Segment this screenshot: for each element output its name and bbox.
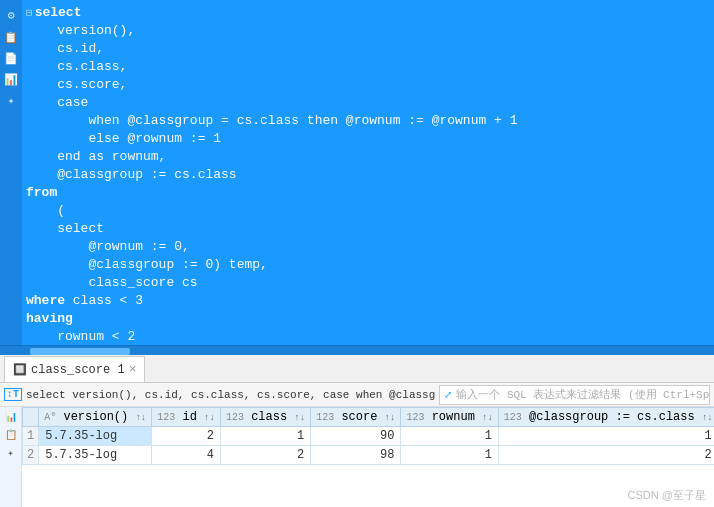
code-line: having bbox=[22, 310, 714, 328]
col-name-rownum: rownum bbox=[432, 410, 475, 424]
query-sql-text: select version(), cs.id, cs.class, cs.sc… bbox=[26, 389, 435, 401]
col-header-class[interactable]: 123 class ↑↓ bbox=[220, 408, 310, 427]
row-num-2: 2 bbox=[23, 446, 39, 465]
tab-item[interactable]: 🔲 class_score 1 × bbox=[4, 356, 145, 382]
row-num-header bbox=[23, 408, 39, 427]
code-line: class_score cs bbox=[22, 274, 714, 292]
results-icon-2[interactable]: 📋 bbox=[5, 429, 17, 441]
results-icon-3[interactable]: ✦ bbox=[7, 447, 13, 459]
code-line: select bbox=[22, 220, 714, 238]
cell-class-1: 1 bbox=[220, 427, 310, 446]
col-name-class: class bbox=[251, 410, 287, 424]
tab-close-button[interactable]: × bbox=[129, 362, 137, 377]
col-header-version[interactable]: A⁰ version() ↑↓ bbox=[39, 408, 152, 427]
star-icon[interactable]: ✦ bbox=[8, 94, 15, 107]
code-line: ( bbox=[22, 202, 714, 220]
query-bar: ↕T select version(), cs.id, cs.class, cs… bbox=[0, 383, 714, 407]
cell-classgroup-1: 1 bbox=[498, 427, 714, 446]
code-editor[interactable]: ⊟select version(), cs.id, cs.class, cs.s… bbox=[22, 0, 714, 345]
code-line: else @rownum := 1 bbox=[22, 130, 714, 148]
results-table-wrap: A⁰ version() ↑↓ 123 id ↑↓ 123 class ↑↓ 1… bbox=[22, 407, 714, 507]
chart-icon[interactable]: 📊 bbox=[4, 73, 18, 86]
table-row[interactable]: 2 5.7.35-log 4 2 98 1 2 bbox=[23, 446, 715, 465]
col-header-classgroup[interactable]: 123 @classgroup := cs.class ↑↓ bbox=[498, 408, 714, 427]
cell-class-2: 2 bbox=[220, 446, 310, 465]
results-table: A⁰ version() ↑↓ 123 id ↑↓ 123 class ↑↓ 1… bbox=[22, 407, 714, 465]
code-line-from: from bbox=[22, 184, 714, 202]
table-body: 1 5.7.35-log 2 1 90 1 1 2 5.7.35-log 4 2… bbox=[23, 427, 715, 465]
code-line: case bbox=[22, 94, 714, 112]
results-left-icons: 📊 📋 ✦ bbox=[0, 407, 22, 507]
left-toolbar: ⚙ 📋 📄 📊 ✦ bbox=[0, 0, 22, 345]
col-header-id[interactable]: 123 id ↑↓ bbox=[152, 408, 221, 427]
app-container: ⚙ 📋 📄 📊 ✦ ⊟select version(), cs.id, cs.c… bbox=[0, 0, 714, 507]
tab-db-icon: 🔲 bbox=[13, 363, 27, 376]
scrollbar-thumb[interactable] bbox=[30, 348, 130, 355]
doc-icon[interactable]: 📄 bbox=[4, 52, 18, 65]
code-line: @classgroup := cs.class bbox=[22, 166, 714, 184]
results-area: 📊 📋 ✦ A⁰ version() ↑↓ 123 id ↑↓ bbox=[0, 407, 714, 507]
col-name-score: score bbox=[341, 410, 377, 424]
table-header: A⁰ version() ↑↓ 123 id ↑↓ 123 class ↑↓ 1… bbox=[23, 408, 715, 427]
cell-version-2: 5.7.35-log bbox=[39, 446, 152, 465]
code-line: cs.id, bbox=[22, 40, 714, 58]
cell-rownum-1: 1 bbox=[401, 427, 498, 446]
filter-placeholder: 输入一个 SQL 表达式来过滤结果 (使用 Ctrl+Space) bbox=[456, 387, 710, 402]
code-line: rownum < 2 bbox=[22, 328, 714, 345]
editor-area: ⚙ 📋 📄 📊 ✦ ⊟select version(), cs.id, cs.c… bbox=[0, 0, 714, 345]
table-row[interactable]: 1 5.7.35-log 2 1 90 1 1 bbox=[23, 427, 715, 446]
code-line: @rownum := 0, bbox=[22, 238, 714, 256]
expand-icon: ⤢ bbox=[444, 389, 452, 401]
col-name-classgroup: @classgroup := cs.class bbox=[529, 410, 695, 424]
tab-bar: 🔲 class_score 1 × bbox=[0, 355, 714, 383]
cell-version-1: 5.7.35-log bbox=[39, 427, 152, 446]
cell-score-2: 98 bbox=[311, 446, 401, 465]
col-name-id: id bbox=[182, 410, 196, 424]
code-line: cs.score, bbox=[22, 76, 714, 94]
gear-icon[interactable]: ⚙ bbox=[7, 8, 14, 23]
cell-id-2: 4 bbox=[152, 446, 221, 465]
cell-score-1: 90 bbox=[311, 427, 401, 446]
watermark: CSDN @至子星 bbox=[628, 488, 706, 503]
code-line: version(), bbox=[22, 22, 714, 40]
code-line: ⊟select bbox=[22, 4, 714, 22]
cell-id-1: 2 bbox=[152, 427, 221, 446]
cell-rownum-2: 1 bbox=[401, 446, 498, 465]
cell-classgroup-2: 2 bbox=[498, 446, 714, 465]
editor-h-scrollbar[interactable] bbox=[0, 345, 714, 355]
col-name-version: version() bbox=[63, 410, 128, 424]
results-icon-1[interactable]: 📊 bbox=[5, 411, 17, 423]
code-line: cs.class, bbox=[22, 58, 714, 76]
code-line: where class < 3 bbox=[22, 292, 714, 310]
query-sql-icon: ↕T bbox=[4, 388, 22, 401]
code-line: @classgroup := 0) temp, bbox=[22, 256, 714, 274]
code-line: when @classgroup = cs.class then @rownum… bbox=[22, 112, 714, 130]
clipboard-icon[interactable]: 📋 bbox=[4, 31, 18, 44]
filter-box[interactable]: ⤢ 输入一个 SQL 表达式来过滤结果 (使用 Ctrl+Space) bbox=[439, 385, 710, 405]
col-header-rownum[interactable]: 123 rownum ↑↓ bbox=[401, 408, 498, 427]
row-num-1: 1 bbox=[23, 427, 39, 446]
code-line: end as rownum, bbox=[22, 148, 714, 166]
tab-label: class_score 1 bbox=[31, 363, 125, 377]
col-header-score[interactable]: 123 score ↑↓ bbox=[311, 408, 401, 427]
